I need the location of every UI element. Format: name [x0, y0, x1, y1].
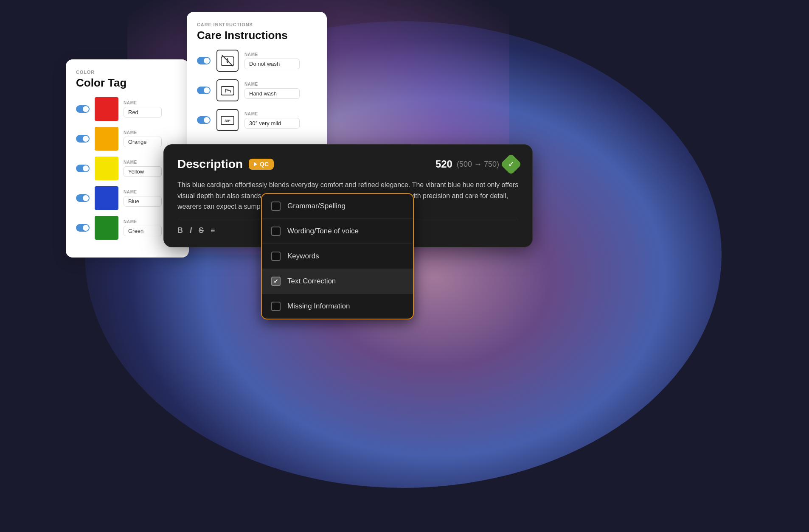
swatch-orange — [95, 127, 118, 151]
swatch-yellow — [95, 157, 118, 180]
menu-label-wording: Wording/Tone of voice — [287, 227, 359, 235]
menu-item-wording[interactable]: Wording/Tone of voice — [262, 219, 413, 244]
color-tag-card-title: Color Tag — [76, 76, 179, 90]
toggle-no-wash[interactable] — [197, 57, 211, 64]
swatch-blue — [95, 186, 118, 210]
qc-badge-label: QC — [260, 161, 269, 168]
care-field-hand-wash: NAME — [244, 82, 300, 99]
color-field-label-yellow: NAME — [124, 160, 162, 165]
menu-label-keywords: Keywords — [287, 252, 319, 260]
checkbox-textcorrection[interactable] — [271, 277, 281, 286]
care-row-no-wash: NAME — [197, 50, 317, 72]
toggle-orange[interactable] — [76, 135, 90, 143]
svg-rect-2 — [221, 87, 234, 95]
care-card-label: CARE INSTRUCTIONS — [197, 22, 317, 27]
color-row-red: NAME — [76, 97, 179, 121]
care-field-label-no-wash: NAME — [244, 52, 300, 57]
qc-badge[interactable]: QC — [249, 159, 274, 170]
care-name-input-hand-wash[interactable] — [244, 88, 300, 99]
care-card-title: Care Instructions — [197, 29, 317, 42]
color-name-input-yellow[interactable] — [124, 166, 162, 177]
care-field-label-hand-wash: NAME — [244, 82, 300, 87]
color-info-yellow: NAME — [124, 160, 162, 177]
checkbox-wording[interactable] — [271, 227, 281, 236]
swatch-red — [95, 97, 118, 121]
svg-text:30°: 30° — [225, 119, 230, 123]
toggle-green[interactable] — [76, 224, 90, 232]
color-field-label-red: NAME — [124, 101, 162, 105]
description-count: 520 — [435, 158, 452, 170]
list-button[interactable]: ≡ — [211, 226, 215, 235]
color-tag-card-label: COLOR — [76, 70, 179, 75]
color-name-input-orange[interactable] — [124, 137, 162, 147]
checkbox-grammar[interactable] — [271, 202, 281, 211]
color-info-orange: NAME — [124, 130, 162, 147]
hand-wash-icon — [216, 79, 239, 101]
toggle-hand-wash[interactable] — [197, 87, 211, 94]
strikethrough-button[interactable]: S — [199, 226, 204, 235]
care-row-30: 30° NAME — [197, 109, 317, 131]
menu-label-grammar: Grammar/Spelling — [287, 202, 346, 210]
description-title: Description — [177, 157, 243, 171]
color-info-red: NAME — [124, 101, 162, 118]
color-name-input-green[interactable] — [124, 226, 162, 236]
color-field-label-orange: NAME — [124, 130, 162, 135]
color-row-orange: NAME — [76, 127, 179, 151]
dropdown-menu: Grammar/Spelling Wording/Tone of voice K… — [261, 193, 414, 319]
care-field-30: NAME — [244, 112, 300, 129]
color-name-input-blue[interactable] — [124, 196, 162, 207]
checkbox-missing[interactable] — [271, 302, 281, 311]
swatch-green — [95, 216, 118, 240]
menu-label-textcorrection: Text Correction — [287, 277, 336, 286]
care-row-hand-wash: NAME — [197, 79, 317, 101]
toggle-blue[interactable] — [76, 194, 90, 202]
play-icon — [254, 162, 257, 166]
color-field-label-green: NAME — [124, 219, 162, 224]
checkmark-icon: ✓ — [508, 160, 514, 169]
check-diamond-icon[interactable]: ✓ — [500, 154, 522, 175]
care-field-no-wash: NAME — [244, 52, 300, 69]
care-instructions-card: CARE INSTRUCTIONS Care Instructions NAME… — [187, 12, 327, 152]
menu-item-grammar[interactable]: Grammar/Spelling — [262, 194, 413, 219]
color-info-green: NAME — [124, 219, 162, 236]
menu-label-missing: Missing Information — [287, 302, 350, 311]
description-header: Description QC 520 (500 → 750) ✓ — [177, 157, 519, 172]
toggle-red[interactable] — [76, 105, 90, 113]
color-info-blue: NAME — [124, 190, 162, 207]
color-name-input-red[interactable] — [124, 107, 162, 118]
color-field-label-blue: NAME — [124, 190, 162, 194]
description-range: (500 → 750) — [457, 160, 499, 169]
menu-item-keywords[interactable]: Keywords — [262, 244, 413, 269]
care-name-input-30[interactable] — [244, 118, 300, 129]
toggle-30[interactable] — [197, 116, 211, 124]
italic-button[interactable]: I — [190, 226, 192, 235]
menu-item-textcorrection[interactable]: Text Correction — [262, 269, 413, 294]
30-degree-icon: 30° — [216, 109, 239, 131]
menu-item-missing[interactable]: Missing Information — [262, 294, 413, 319]
bold-button[interactable]: B — [177, 226, 183, 235]
no-wash-icon — [216, 50, 239, 72]
toggle-yellow[interactable] — [76, 165, 90, 172]
care-field-label-30: NAME — [244, 112, 300, 116]
checkbox-keywords[interactable] — [271, 252, 281, 261]
care-name-input-no-wash[interactable] — [244, 59, 300, 69]
description-counter: 520 (500 → 750) ✓ — [435, 157, 519, 172]
